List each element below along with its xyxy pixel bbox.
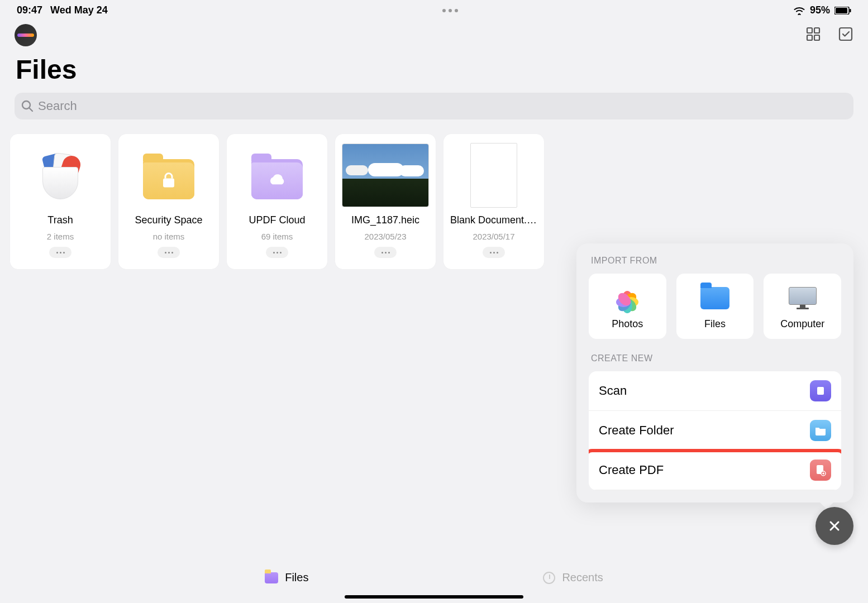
file-meta: no items — [153, 232, 185, 241]
file-blank-doc[interactable]: Blank Document.pdf 2023/05/17 — [443, 134, 544, 269]
import-label: Files — [704, 318, 726, 330]
file-security-space[interactable]: Security Space no items — [118, 134, 219, 269]
pdf-icon — [810, 460, 831, 481]
create-folder[interactable]: Create Folder — [589, 411, 841, 451]
svg-rect-11 — [818, 389, 823, 390]
file-more-button[interactable] — [483, 247, 505, 258]
import-files[interactable]: Files — [676, 274, 754, 339]
close-button[interactable] — [815, 507, 853, 545]
svg-rect-3 — [807, 28, 812, 33]
file-updf-cloud[interactable]: UPDF Cloud 69 items — [227, 134, 327, 269]
svg-point-8 — [22, 101, 30, 109]
file-trash[interactable]: Trash 2 items — [10, 134, 111, 269]
select-icon[interactable] — [838, 26, 853, 44]
import-section-title: IMPORT FROM — [589, 256, 841, 266]
file-more-button[interactable] — [49, 247, 71, 258]
photos-icon — [611, 284, 644, 313]
status-bar: 09:47 Wed May 24 95% — [0, 0, 868, 18]
file-more-button[interactable] — [266, 247, 288, 258]
import-label: Computer — [780, 318, 824, 330]
grid-view-icon[interactable] — [805, 26, 821, 44]
create-section-title: CREATE NEW — [589, 353, 841, 363]
tab-recents[interactable]: Recents — [543, 571, 603, 584]
import-computer[interactable]: Computer — [764, 274, 841, 339]
svg-rect-4 — [814, 28, 819, 33]
file-name: Security Space — [135, 214, 202, 226]
create-label: Scan — [599, 384, 627, 398]
create-label: Create PDF — [599, 463, 664, 477]
multitask-dots[interactable] — [442, 9, 458, 12]
search-bar[interactable] — [15, 93, 853, 119]
search-input[interactable] — [38, 99, 847, 113]
files-tab-icon — [265, 572, 278, 583]
home-indicator[interactable] — [345, 595, 523, 599]
tab-label: Recents — [562, 571, 603, 584]
search-icon — [21, 100, 34, 112]
computer-icon — [786, 284, 819, 313]
svg-rect-12 — [818, 390, 823, 391]
create-pdf[interactable]: Create PDF — [589, 451, 841, 490]
svg-rect-2 — [850, 9, 851, 12]
battery-icon — [834, 7, 851, 15]
add-popup: IMPORT FROM Photos Files — [576, 243, 853, 502]
tab-files[interactable]: Files — [265, 571, 308, 584]
file-image[interactable]: IMG_1187.heic 2023/05/23 — [335, 134, 436, 269]
create-scan[interactable]: Scan — [589, 371, 841, 411]
file-more-button[interactable] — [374, 247, 397, 258]
import-photos[interactable]: Photos — [589, 274, 666, 339]
svg-rect-7 — [840, 28, 852, 40]
folder-icon — [810, 420, 831, 441]
file-name: Blank Document.pdf — [450, 214, 537, 226]
folder-cloud-icon — [233, 143, 321, 208]
avatar[interactable] — [15, 24, 37, 46]
recents-tab-icon — [543, 572, 555, 584]
bottom-tabs: Files Recents — [0, 571, 868, 584]
import-label: Photos — [612, 318, 643, 330]
svg-rect-9 — [163, 179, 174, 188]
file-meta: 2023/05/23 — [364, 232, 406, 241]
file-name: UPDF Cloud — [249, 214, 305, 226]
wifi-icon — [793, 6, 805, 15]
status-time: 09:47 — [17, 4, 42, 16]
create-label: Create Folder — [599, 423, 674, 438]
page-title: Files — [0, 46, 868, 93]
file-meta: 2023/05/17 — [473, 232, 514, 241]
tab-label: Files — [285, 571, 308, 584]
image-thumbnail — [342, 143, 429, 208]
close-icon — [827, 518, 842, 534]
folder-lock-icon — [125, 143, 212, 208]
file-name: Trash — [47, 214, 73, 226]
battery-percent: 95% — [810, 4, 830, 16]
file-meta: 2 items — [47, 232, 74, 241]
trash-icon — [17, 143, 104, 208]
svg-rect-6 — [814, 35, 819, 40]
files-icon — [698, 284, 732, 313]
file-meta: 69 items — [261, 232, 293, 241]
svg-rect-5 — [807, 35, 812, 40]
document-icon — [450, 143, 537, 208]
file-more-button[interactable] — [158, 247, 180, 258]
svg-rect-1 — [836, 8, 847, 13]
status-date: Wed May 24 — [50, 4, 108, 16]
scan-icon — [810, 380, 831, 401]
file-name: IMG_1187.heic — [351, 214, 419, 226]
